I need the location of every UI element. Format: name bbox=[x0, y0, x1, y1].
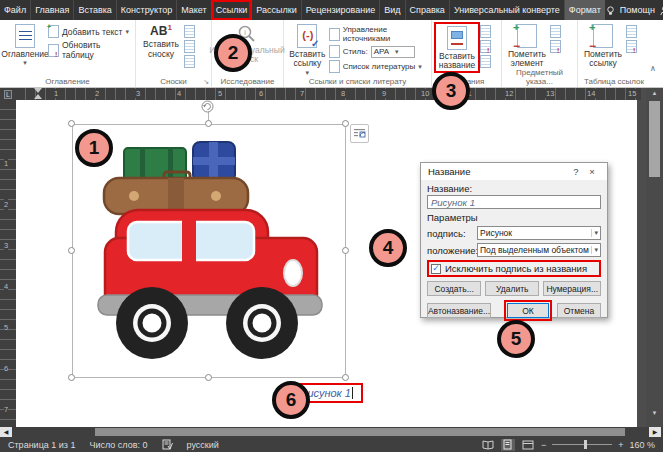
dialog-launcher-icon[interactable]: ↘ bbox=[203, 78, 209, 86]
insert-index-icon[interactable] bbox=[550, 25, 561, 38]
update-figures-icon[interactable]: ! bbox=[480, 40, 491, 53]
insert-citation-button[interactable]: (-) ✓ Вставить ссылку ▾ bbox=[286, 22, 329, 76]
collapse-ribbon-button[interactable]: ∧ bbox=[650, 20, 658, 87]
tab-layout[interactable]: Макет bbox=[177, 0, 211, 20]
position-dropdown-label: положение: bbox=[427, 245, 473, 256]
vertical-scrollbar[interactable]: ▲ ▼ bbox=[646, 88, 663, 427]
next-footnote-icon[interactable] bbox=[184, 25, 195, 38]
language-indicator[interactable]: русский bbox=[187, 440, 219, 450]
bibliography-button[interactable]: Список литературы ▾ bbox=[329, 60, 429, 73]
proofing-icon[interactable] bbox=[162, 439, 173, 450]
ok-button[interactable]: ОК bbox=[507, 303, 549, 318]
tab-file[interactable]: Файл bbox=[0, 0, 31, 20]
autocaption-button[interactable]: Автоназвание... bbox=[427, 303, 491, 318]
update-table-button[interactable]: ! Обновить таблицу bbox=[48, 40, 133, 60]
group-footnotes: AB1 Вставить сноску Сноски ↘ bbox=[136, 20, 212, 87]
add-text-button[interactable]: + Добавить текст ▾ bbox=[48, 25, 133, 38]
horizontal-scrollbar-thumb[interactable] bbox=[95, 428, 625, 436]
scroll-down-icon[interactable]: ▼ bbox=[648, 408, 661, 419]
resize-handle-s[interactable] bbox=[205, 374, 212, 381]
new-label-button[interactable]: Создать... bbox=[427, 281, 481, 296]
resize-handle-w[interactable] bbox=[68, 247, 75, 254]
footnote-extra-icon[interactable] bbox=[184, 55, 195, 68]
resize-handle-nw[interactable] bbox=[68, 120, 75, 127]
resize-handle-n[interactable] bbox=[205, 120, 212, 127]
scroll-left-icon[interactable]: ◀ bbox=[0, 427, 12, 437]
cancel-button[interactable]: Отмена bbox=[557, 303, 601, 318]
mark-citation-button[interactable]: +− Пометить ссылку bbox=[580, 22, 626, 69]
tab-references[interactable]: Ссылки bbox=[212, 0, 253, 20]
layout-options-button[interactable] bbox=[350, 124, 369, 143]
resize-handle-e[interactable] bbox=[342, 247, 349, 254]
zoom-out-button[interactable]: − bbox=[541, 440, 546, 450]
cross-reference-icon[interactable] bbox=[480, 55, 491, 68]
ruler-number: 3 bbox=[4, 240, 8, 251]
position-dropdown[interactable]: Под выделенным объектом ▾ bbox=[477, 243, 601, 257]
read-mode-button[interactable] bbox=[481, 439, 495, 451]
tab-home[interactable]: Главная bbox=[31, 0, 74, 20]
horizontal-scrollbar[interactable]: ◀ ▶ bbox=[0, 427, 663, 437]
style-value: APA bbox=[374, 47, 389, 56]
rotate-handle[interactable] bbox=[200, 99, 215, 114]
insert-footnote-button[interactable]: AB1 Вставить сноску bbox=[138, 22, 184, 59]
callout-4: 4 bbox=[369, 229, 407, 267]
car-clipart-image[interactable] bbox=[86, 130, 336, 370]
tab-selector-corner[interactable]: L bbox=[0, 88, 16, 100]
ruler-number: 1 bbox=[4, 158, 8, 169]
dialog-titlebar[interactable]: Название ? × bbox=[421, 163, 607, 180]
show-notes-icon[interactable] bbox=[184, 40, 195, 53]
exclude-label-checkbox[interactable]: ✓ bbox=[431, 264, 441, 274]
ruler-number: 4 bbox=[4, 281, 8, 292]
ribbon-tab-bar: Файл Главная Вставка Конструктор Макет С… bbox=[0, 0, 663, 20]
collapse-ribbon-icon: ∧ bbox=[650, 64, 656, 73]
insert-caption-button[interactable]: Вставить название bbox=[436, 24, 478, 71]
insert-table-figures-icon[interactable] bbox=[480, 25, 491, 38]
resize-handle-se[interactable] bbox=[342, 374, 349, 381]
web-layout-button[interactable] bbox=[521, 439, 535, 451]
tab-universal-converter[interactable]: Универсальный конверте bbox=[450, 0, 565, 20]
zoom-in-button[interactable]: + bbox=[618, 440, 623, 450]
ruler-number: 8 bbox=[340, 89, 346, 98]
dialog-help-button[interactable]: ? bbox=[568, 166, 584, 177]
vertical-scrollbar-thumb[interactable] bbox=[649, 101, 660, 177]
word-count[interactable]: Число слов: 0 bbox=[89, 440, 147, 450]
first-line-indent-marker[interactable] bbox=[34, 88, 42, 93]
tab-help[interactable]: Справка bbox=[406, 0, 450, 20]
zoom-slider-thumb[interactable] bbox=[584, 440, 587, 449]
help-assistant-label[interactable]: Помощн bbox=[620, 5, 655, 15]
tab-format[interactable]: Формат bbox=[565, 0, 605, 20]
style-dropdown[interactable]: APA ▾ bbox=[371, 46, 415, 58]
manage-sources-button[interactable]: Управление источниками bbox=[329, 25, 429, 43]
dialog-body: Название: Рисунок 1 Параметры подпись: Р… bbox=[421, 180, 607, 321]
caption-name-input[interactable]: Рисунок 1 bbox=[427, 195, 601, 209]
label-dropdown[interactable]: Рисунок ▾ bbox=[477, 226, 601, 240]
vertical-ruler[interactable]: 1 2 3 4 5 6 7 bbox=[0, 100, 16, 427]
print-layout-button[interactable] bbox=[501, 439, 515, 451]
scroll-right-icon[interactable]: ▶ bbox=[649, 427, 661, 437]
tab-view[interactable]: Вид bbox=[380, 0, 405, 20]
page-count[interactable]: Страница 1 из 1 bbox=[8, 440, 75, 450]
horizontal-ruler[interactable]: 1 2 3 4 5 6 7 8 9 10 11 12 13 14 15 bbox=[16, 88, 641, 100]
scroll-up-icon[interactable]: ▲ bbox=[648, 88, 661, 99]
ruler-number: 3 bbox=[135, 89, 141, 98]
tab-insert[interactable]: Вставка bbox=[74, 0, 116, 20]
zoom-slider[interactable] bbox=[552, 444, 612, 445]
resize-handle-ne[interactable] bbox=[342, 120, 349, 127]
toc-button[interactable]: Оглавление ▾ bbox=[2, 22, 48, 67]
resize-handle-sw[interactable] bbox=[68, 374, 75, 381]
delete-label-button[interactable]: Удалить bbox=[485, 281, 539, 296]
tab-mailings[interactable]: Рассылки bbox=[252, 0, 301, 20]
group-authorities: +− Пометить ссылку ! Таблица ссылок bbox=[578, 20, 650, 87]
hanging-indent-marker[interactable] bbox=[34, 94, 42, 99]
dialog-close-button[interactable]: × bbox=[584, 166, 600, 177]
update-authorities-icon[interactable]: ! bbox=[626, 40, 637, 53]
tab-review[interactable]: Рецензирование bbox=[302, 0, 381, 20]
mark-entry-button[interactable]: +− Пометить элемент bbox=[504, 22, 550, 69]
group-label-research: Исследование bbox=[212, 77, 283, 86]
zoom-percentage[interactable]: 160 % bbox=[629, 440, 655, 450]
numbering-button[interactable]: Нумерация... bbox=[543, 281, 601, 296]
update-index-icon[interactable]: ! bbox=[550, 40, 561, 53]
insert-authorities-icon[interactable] bbox=[626, 25, 637, 38]
tab-design[interactable]: Конструктор bbox=[117, 0, 177, 20]
ruler-number: 2 bbox=[4, 199, 8, 210]
